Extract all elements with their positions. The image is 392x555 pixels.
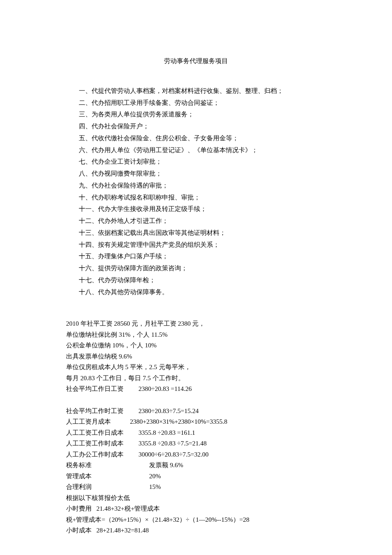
calc-invoice-tax: 出具发票单位纳税 9.6% xyxy=(66,351,326,362)
service-item-7: 七、代办企业工资计划审批； xyxy=(79,156,326,168)
calc-quote-note: 根据以下核算报价太低 xyxy=(66,493,326,504)
calc-social-ratio: 单位缴纳社保比例 31%，个人 11.5% xyxy=(66,330,326,341)
service-item-13: 十三、依据档案记载出具出国政审等其他证明材料； xyxy=(79,227,326,239)
calc-profit: 合理利润 15% xyxy=(66,482,326,493)
calc-tax-standard: 税务标准 发票额 9.6% xyxy=(66,460,326,471)
service-items-list: 一、代提代管劳动人事档案，对档案材料进行收集、鉴别、整理、归档； 二、代办招用职… xyxy=(66,85,326,298)
calc-tax-standard-value: 发票额 9.6% xyxy=(149,460,183,471)
spacer xyxy=(66,395,326,406)
calc-profit-label: 合理利润 xyxy=(66,482,149,493)
calculation-section: 2010 年社平工资 28560 元，月社平工资 2380 元， 单位缴纳社保比… xyxy=(66,318,326,536)
calc-daily-labor: 人工工资工作日成本 3355.8 ÷20.83 =161.1 xyxy=(66,428,326,439)
service-item-12: 十二、代办外地人才引进工作； xyxy=(79,215,326,227)
service-item-16: 十六、提供劳动保障方面的政策咨询； xyxy=(79,263,326,275)
service-item-14: 十四、按有关规定管理中国共产党员的组织关系； xyxy=(79,239,326,251)
calc-hourly-wage: 社会平均工作时工资 2380÷20.83÷7.5=15.24 xyxy=(66,406,326,417)
calc-fund-ratio: 公积金单位缴纳 10%，个人 10% xyxy=(66,340,326,351)
calc-hourly-cost: 小时成本 28+21.48+32=81.48 xyxy=(66,525,326,536)
calc-daily-wage: 社会平均工作日工资 2380÷20.83 =114.26 xyxy=(66,384,326,395)
calc-annual-salary: 2010 年社平工资 28560 元，月社平工资 2380 元， xyxy=(66,318,326,330)
service-item-17: 十七、代办劳动保障年检； xyxy=(79,275,326,286)
calc-daily-labor-value: 3355.8 ÷20.83 =161.1 xyxy=(138,428,195,439)
service-item-18: 十八、代办其他劳动保障事务。 xyxy=(79,286,326,298)
calc-workdays: 每月 20.83 个工作日，每日 7.5 个工作时。 xyxy=(66,373,326,384)
calc-profit-value: 15% xyxy=(149,482,161,493)
calc-hourly-wage-label: 社会平均工作时工资 xyxy=(66,406,138,417)
service-item-11: 十一、代办大学生接收录用及转正定级手续； xyxy=(79,203,326,215)
service-item-8: 八、代办视同缴费年限审批； xyxy=(79,168,326,180)
calc-office-hourly-label: 人工办公工作时成本 xyxy=(66,449,138,460)
calc-monthly-labor-label: 人工工资月成本 xyxy=(66,416,130,428)
calc-mgmt-cost: 管理成本 20% xyxy=(66,471,326,482)
calc-office-hourly-value: 30000÷6÷20.83÷7.5=32.00 xyxy=(138,449,208,460)
calc-daily-wage-value: 2380÷20.83 =114.26 xyxy=(138,384,192,395)
calc-hourly-fee: 小时费用 21.48+32+税+管理成本 xyxy=(66,503,326,515)
calc-office-hourly: 人工办公工作时成本 30000÷6÷20.83÷7.5=32.00 xyxy=(66,449,326,460)
service-item-2: 二、代办招用职工录用手续备案、劳动合同鉴证； xyxy=(79,97,326,109)
calc-daily-wage-label: 社会平均工作日工资 xyxy=(66,384,138,395)
service-item-6: 六、代办用人单位《劳动用工登记证》、《单位基本情况卡》； xyxy=(79,145,326,156)
calc-tax-mgmt-formula: 税+管理成本=（20%+15%）×（21.48+32）÷（1—20%--15%）… xyxy=(66,515,326,526)
calc-hourly-labor: 人工工资工作时成本 3355.8 ÷20.83 ÷7.5=21.48 xyxy=(66,438,326,449)
calc-hourly-labor-label: 人工工资工作时成本 xyxy=(66,438,138,449)
calc-rent-cost: 单位仅房租成本人均 5 平米，2.5 元每平米， xyxy=(66,362,326,373)
calc-hourly-labor-value: 3355.8 ÷20.83 ÷7.5=21.48 xyxy=(138,438,207,449)
document-title: 劳动事务代理服务项目 xyxy=(66,55,326,67)
service-item-10: 十、代办职称考试报名和职称申报、审批； xyxy=(79,192,326,204)
calc-mgmt-cost-value: 20% xyxy=(149,471,161,482)
service-item-4: 四、代办社会保险开户； xyxy=(79,121,326,133)
service-item-5: 五、代收代缴社会保险金、住房公积金、子女备用金等； xyxy=(79,133,326,145)
service-item-15: 十五、办理集体户口落户手续； xyxy=(79,251,326,263)
calc-monthly-labor-value: 2380+2380×31%+2380×10%=3355.8 xyxy=(130,416,228,428)
service-item-1: 一、代提代管劳动人事档案，对档案材料进行收集、鉴别、整理、归档； xyxy=(79,85,326,97)
service-item-9: 九、代办社会保险待遇的审批； xyxy=(79,180,326,192)
calc-daily-labor-label: 人工工资工作日成本 xyxy=(66,428,138,439)
calc-tax-standard-label: 税务标准 xyxy=(66,460,149,471)
calc-hourly-wage-value: 2380÷20.83÷7.5=15.24 xyxy=(138,406,199,417)
service-item-3: 三、为各类用人单位提供劳务派遣服务； xyxy=(79,109,326,121)
calc-monthly-labor: 人工工资月成本 2380+2380×31%+2380×10%=3355.8 xyxy=(66,416,326,428)
calc-mgmt-cost-label: 管理成本 xyxy=(66,471,149,482)
